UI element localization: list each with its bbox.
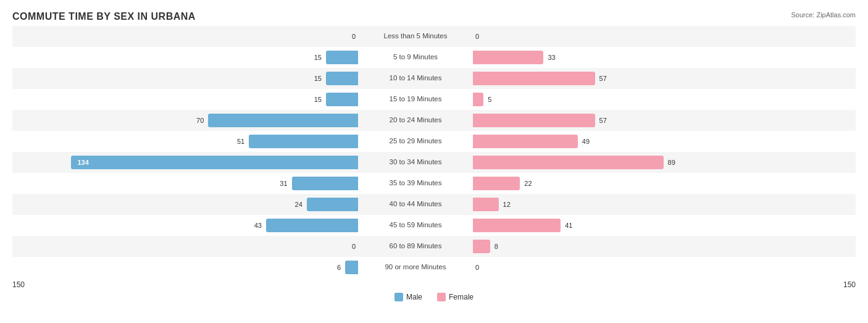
row-label: 25 to 29 Minutes — [358, 137, 473, 146]
left-bar-container: 24 — [12, 194, 358, 215]
chart-row: 51 25 to 29 Minutes 49 — [12, 131, 856, 152]
left-bar-container: 0 — [12, 26, 358, 47]
row-label: 90 or more Minutes — [358, 263, 473, 272]
bar-male: 134 — [71, 156, 358, 169]
bar-female: 49 — [473, 135, 578, 148]
female-value: 8 — [495, 243, 498, 250]
male-value: 70 — [196, 117, 204, 124]
bar-male: 15 — [326, 51, 358, 64]
male-value: 43 — [254, 222, 262, 229]
left-bar-container: 51 — [12, 131, 358, 152]
female-value-zero: 0 — [475, 33, 479, 40]
chart-row: 15 10 to 14 Minutes 57 — [12, 68, 856, 89]
right-bar-container: 57 — [473, 110, 819, 131]
bar-female: 22 — [473, 177, 520, 190]
bar-female: 8 — [473, 240, 490, 253]
legend-female-label: Female — [449, 293, 474, 301]
male-value: 31 — [280, 180, 287, 187]
chart-row: 6 90 or more Minutes 0 — [12, 257, 856, 278]
chart-area: 0 Less than 5 Minutes 0 15 5 to 9 Minute… — [12, 26, 856, 278]
bar-male: 31 — [292, 177, 358, 190]
bar-female: 41 — [473, 219, 561, 232]
bar-female: 57 — [473, 72, 595, 85]
chart-row: 15 5 to 9 Minutes 33 — [12, 47, 856, 68]
row-label: 45 to 59 Minutes — [358, 221, 473, 230]
right-bar-container: 0 — [473, 257, 819, 278]
legend: Male Female — [12, 293, 856, 301]
left-bar-container: 15 — [12, 89, 358, 110]
left-bar-container: 134 — [12, 152, 358, 173]
female-value: 57 — [599, 117, 607, 124]
bar-male: 51 — [249, 135, 358, 148]
bar-female: 33 — [473, 51, 543, 64]
row-label: 60 to 89 Minutes — [358, 242, 473, 251]
male-value: 15 — [314, 54, 322, 61]
row-label: 40 to 44 Minutes — [358, 200, 473, 209]
male-value: 24 — [295, 201, 303, 208]
bar-male: 6 — [345, 261, 358, 274]
right-bar-container: 89 — [473, 152, 819, 173]
female-value: 5 — [488, 96, 491, 103]
row-label: 20 to 24 Minutes — [358, 116, 473, 125]
legend-female-box — [437, 293, 446, 301]
chart-row: 0 60 to 89 Minutes 8 — [12, 236, 856, 257]
axis-left: 150 — [12, 280, 25, 289]
legend-male-label: Male — [406, 293, 422, 301]
right-bar-container: 0 — [473, 26, 819, 47]
female-value: 33 — [548, 54, 555, 61]
bar-male: 15 — [326, 72, 358, 85]
bar-female: 57 — [473, 114, 595, 127]
right-bar-container: 8 — [473, 236, 819, 257]
right-bar-container: 33 — [473, 47, 819, 68]
chart-row: 134 30 to 34 Minutes 89 — [12, 152, 856, 173]
legend-male: Male — [394, 293, 422, 301]
row-label: Less than 5 Minutes — [358, 32, 473, 41]
bar-male: 70 — [208, 114, 358, 127]
male-value: 15 — [314, 96, 322, 103]
chart-row: 31 35 to 39 Minutes 22 — [12, 173, 856, 194]
right-bar-container: 12 — [473, 194, 819, 215]
left-bar-container: 0 — [12, 236, 358, 257]
row-label: 10 to 14 Minutes — [358, 74, 473, 83]
chart-title: COMMUTE TIME BY SEX IN URBANA — [12, 11, 856, 22]
source-label: Source: ZipAtlas.com — [791, 11, 856, 19]
right-bar-container: 49 — [473, 131, 819, 152]
male-value: 51 — [237, 138, 244, 145]
axis-right: 150 — [843, 280, 856, 289]
row-label: 30 to 34 Minutes — [358, 158, 473, 167]
chart-row: 43 45 to 59 Minutes 41 — [12, 215, 856, 236]
left-bar-container: 31 — [12, 173, 358, 194]
female-value-zero: 0 — [475, 264, 479, 271]
right-bar-container: 22 — [473, 173, 819, 194]
chart-row: 0 Less than 5 Minutes 0 — [12, 26, 856, 47]
male-value: 15 — [314, 75, 322, 82]
right-bar-container: 57 — [473, 68, 819, 89]
legend-female: Female — [437, 293, 474, 301]
female-value: 89 — [668, 159, 675, 166]
row-label: 5 to 9 Minutes — [358, 53, 473, 62]
bar-female: 12 — [473, 198, 499, 211]
legend-male-box — [394, 293, 403, 301]
bar-male: 43 — [266, 219, 358, 232]
row-label: 15 to 19 Minutes — [358, 95, 473, 104]
bar-male: 15 — [326, 93, 358, 106]
right-bar-container: 5 — [473, 89, 819, 110]
chart-row: 15 15 to 19 Minutes 5 — [12, 89, 856, 110]
chart-row: 24 40 to 44 Minutes 12 — [12, 194, 856, 215]
left-bar-container: 15 — [12, 47, 358, 68]
right-bar-container: 41 — [473, 215, 819, 236]
chart-container: COMMUTE TIME BY SEX IN URBANA Source: Zi… — [0, 0, 868, 323]
chart-row: 70 20 to 24 Minutes 57 — [12, 110, 856, 131]
male-value: 134 — [77, 159, 88, 166]
bar-female: 5 — [473, 93, 483, 106]
female-value: 41 — [565, 222, 572, 229]
left-bar-container: 6 — [12, 257, 358, 278]
axis-labels: 150 150 — [12, 280, 856, 289]
male-value: 6 — [337, 264, 341, 271]
female-value: 49 — [582, 138, 590, 145]
bar-female: 89 — [473, 156, 664, 169]
female-value: 57 — [599, 75, 607, 82]
male-value-zero: 0 — [352, 33, 356, 40]
left-bar-container: 70 — [12, 110, 358, 131]
row-label: 35 to 39 Minutes — [358, 179, 473, 188]
